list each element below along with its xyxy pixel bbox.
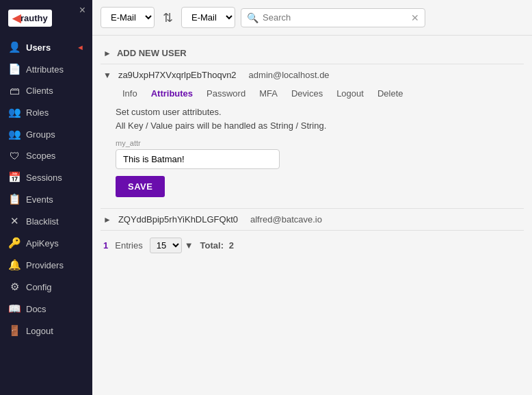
filter1-select[interactable]: E-Mail Name ID xyxy=(101,7,155,28)
search-box: 🔍 ✕ xyxy=(241,8,425,27)
user-chevron-icon: ► xyxy=(103,215,111,225)
providers-icon: 🔔 xyxy=(8,259,21,271)
search-clear-icon[interactable]: ✕ xyxy=(411,12,419,23)
sidebar-item-roles[interactable]: 👥 Roles xyxy=(0,101,92,123)
config-icon: ⚙ xyxy=(8,281,21,293)
sidebar-item-blacklist[interactable]: ✕ Blacklist xyxy=(0,210,92,232)
tab-delete[interactable]: Delete xyxy=(371,86,410,101)
sidebar-item-logout[interactable]: 🚪 Logout xyxy=(0,320,92,342)
sidebar-item-label: Logout xyxy=(26,326,53,336)
sidebar-item-events[interactable]: 📋 Events xyxy=(0,188,92,210)
search-input[interactable] xyxy=(263,12,407,23)
attributes-icon: 📄 xyxy=(8,63,21,75)
tab-password[interactable]: Password xyxy=(200,86,252,101)
sidebar-item-config[interactable]: ⚙ Config xyxy=(0,276,92,298)
sidebar-item-docs[interactable]: 📖 Docs xyxy=(0,298,92,320)
sidebar-item-providers[interactable]: 🔔 Providers xyxy=(0,254,92,276)
tab-mfa[interactable]: MFA xyxy=(252,86,284,101)
total-label: Total: 2 xyxy=(200,240,234,251)
filter2-select[interactable]: E-Mail Name ID xyxy=(181,7,235,28)
attr-value-input[interactable] xyxy=(116,149,280,169)
sidebar-active-arrow: ◄ xyxy=(77,43,84,51)
page-number[interactable]: 1 xyxy=(103,240,108,251)
tab-devices[interactable]: Devices xyxy=(284,86,330,101)
user-id: za9UxpH7XVxqrlpEbThoqvn2 xyxy=(118,70,237,80)
user-row: ► ZQYddBpip5rhYiKhDLGFQkt0 alfred@batcav… xyxy=(101,208,524,230)
sidebar-item-label: Docs xyxy=(26,304,46,314)
main-wrapper: E-Mail Name ID ⇅ E-Mail Name ID 🔍 ✕ ► AD… xyxy=(92,0,532,395)
sidebar-item-label: Sessions xyxy=(26,173,62,183)
search-icon: 🔍 xyxy=(247,12,258,23)
tab-logout[interactable]: Logout xyxy=(330,86,371,101)
user-header-1[interactable]: ► ZQYddBpip5rhYiKhDLGFQkt0 alfred@batcav… xyxy=(103,214,521,225)
content-area: ► ADD NEW USER ▼ za9UxpH7XVxqrlpEbThoqvn… xyxy=(92,36,532,395)
sidebar-item-label: Clients xyxy=(26,86,53,96)
groups-icon: 👥 xyxy=(8,128,21,140)
sidebar-item-apikeys[interactable]: 🔑 ApiKeys xyxy=(0,232,92,254)
sidebar-nav: 👤 Users ◄ 📄 Attributes 🗃 Clients 👥 Roles… xyxy=(0,36,92,395)
sidebar-item-label: ApiKeys xyxy=(26,238,59,249)
close-button[interactable]: × xyxy=(79,4,85,16)
add-user-chevron-icon: ► xyxy=(103,49,111,58)
sidebar-item-label: Users xyxy=(26,42,51,53)
pagination: 1 Entries 15 25 50 ▼ Total: 2 xyxy=(101,230,524,260)
sidebar-item-label: Groups xyxy=(26,129,55,140)
sidebar-item-label: Scopes xyxy=(26,151,55,161)
sidebar-item-label: Config xyxy=(26,282,52,292)
sidebar-item-users[interactable]: 👤 Users ◄ xyxy=(0,36,92,58)
user-tabs: InfoAttributesPasswordMFADevicesLogoutDe… xyxy=(116,86,521,101)
user-header-0[interactable]: ▼ za9UxpH7XVxqrlpEbThoqvn2 admin@localho… xyxy=(103,70,521,80)
panel-description: Set custom user attributes. All Key / Va… xyxy=(116,105,509,132)
scopes-icon: 🛡 xyxy=(8,150,21,162)
sidebar: × ◀rauthy 👤 Users ◄ 📄 Attributes 🗃 Clien… xyxy=(0,0,92,395)
save-button[interactable]: SAVE xyxy=(116,176,165,197)
blacklist-icon: ✕ xyxy=(8,215,21,227)
tab-info[interactable]: Info xyxy=(116,86,144,101)
sidebar-item-label: Providers xyxy=(26,260,64,270)
entries-select-wrapper: 15 25 50 ▼ xyxy=(150,238,194,253)
roles-icon: 👥 xyxy=(8,106,21,118)
attr-key-label: my_attr xyxy=(116,139,509,147)
logo-text: ◀rauthy xyxy=(8,10,52,27)
main-content: E-Mail Name ID ⇅ E-Mail Name ID 🔍 ✕ ► AD… xyxy=(92,0,532,395)
sidebar-item-groups[interactable]: 👥 Groups xyxy=(0,123,92,145)
user-row: ▼ za9UxpH7XVxqrlpEbThoqvn2 admin@localho… xyxy=(101,64,524,208)
events-icon: 📋 xyxy=(8,193,21,205)
add-user-label: ADD NEW USER xyxy=(117,48,187,58)
tab-attributes[interactable]: Attributes xyxy=(144,86,200,101)
sidebar-item-label: Blacklist xyxy=(26,216,59,227)
clients-icon: 🗃 xyxy=(8,85,21,97)
entries-per-page-select[interactable]: 15 25 50 xyxy=(150,238,182,253)
sidebar-item-label: Attributes xyxy=(26,64,64,75)
user-chevron-icon: ▼ xyxy=(103,71,111,80)
users-list: ▼ za9UxpH7XVxqrlpEbThoqvn2 admin@localho… xyxy=(101,64,524,230)
docs-icon: 📖 xyxy=(8,303,21,315)
sessions-icon: 📅 xyxy=(8,171,21,183)
user-attributes-panel: Set custom user attributes. All Key / Va… xyxy=(116,105,509,197)
chevron-down-icon: ▼ xyxy=(185,240,194,251)
sidebar-item-sessions[interactable]: 📅 Sessions xyxy=(0,166,92,188)
sidebar-item-scopes[interactable]: 🛡 Scopes xyxy=(0,145,92,166)
user-email: admin@localhost.de xyxy=(249,70,330,80)
sidebar-item-attributes[interactable]: 📄 Attributes xyxy=(0,58,92,80)
sidebar-item-label: Events xyxy=(26,194,53,205)
add-user-row[interactable]: ► ADD NEW USER xyxy=(101,42,524,64)
user-id: ZQYddBpip5rhYiKhDLGFQkt0 xyxy=(118,214,238,225)
users-icon: 👤 xyxy=(8,41,21,53)
toolbar: E-Mail Name ID ⇅ E-Mail Name ID 🔍 ✕ xyxy=(92,0,532,36)
user-email: alfred@batcave.io xyxy=(250,214,322,225)
entries-label: Entries xyxy=(115,240,142,251)
logout-icon: 🚪 xyxy=(8,324,21,337)
sort-icon[interactable]: ⇅ xyxy=(160,8,176,28)
sidebar-item-label: Roles xyxy=(26,107,49,118)
sidebar-item-clients[interactable]: 🗃 Clients xyxy=(0,80,92,101)
apikeys-icon: 🔑 xyxy=(8,237,21,249)
